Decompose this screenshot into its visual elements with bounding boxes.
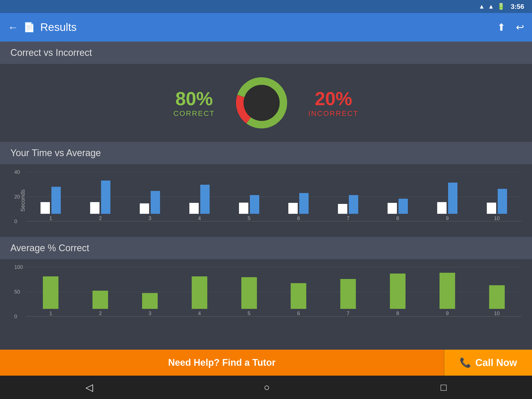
donut-chart-section: 80% CORRECT 20% INCORRECT [0, 64, 532, 142]
navigation-bar: ◁ ○ □ [0, 376, 532, 399]
banner-text: Need Help? Find a Tutor [168, 357, 275, 368]
white-bar-6 [288, 203, 298, 214]
time-bar-group-6: 6 [288, 193, 309, 221]
avg-x-label-8: 8 [396, 310, 399, 316]
avg-x-label-6: 6 [297, 310, 300, 316]
avg-bar-group-1: 1 [43, 276, 58, 316]
donut-chart [230, 72, 293, 134]
svg-point-3 [244, 85, 279, 120]
x-label-2: 2 [99, 215, 102, 221]
time-bar-group-7: 7 [338, 195, 358, 221]
avg-y-tick-100: 100 [14, 264, 23, 270]
x-label-7: 7 [347, 215, 350, 221]
back-nav-button[interactable]: ◁ [85, 382, 93, 393]
avg-y-tick-0: 0 [14, 314, 17, 320]
y-tick-20: 20 [14, 194, 20, 200]
time-bars: 12345678910 [26, 181, 522, 221]
call-now-button[interactable]: 📞 Call Now [444, 350, 532, 376]
avg-bar-group-9: 9 [440, 273, 455, 316]
green-bar-4 [192, 276, 207, 309]
time-bar-group-5: 5 [239, 195, 259, 221]
blue-bar-8 [398, 199, 408, 214]
x-label-8: 8 [396, 215, 399, 221]
white-bar-4 [189, 203, 199, 214]
wifi-icon: ▲ [478, 3, 485, 10]
blue-bar-3 [151, 191, 160, 214]
green-bar-1 [43, 276, 58, 309]
time-bar-group-3: 3 [140, 191, 160, 221]
avg-x-label-3: 3 [148, 310, 151, 316]
white-bar-1 [41, 202, 50, 214]
white-bar-3 [140, 203, 149, 214]
time-vs-average-header: Your Time vs Average [0, 142, 532, 164]
x-label-1: 1 [49, 215, 52, 221]
blue-bar-5 [250, 195, 259, 214]
correct-percentage: 80% [174, 88, 215, 109]
x-label-4: 4 [198, 215, 201, 221]
avg-chart-section: 100 50 0 12345678910 [0, 259, 532, 332]
banner-text-area: Need Help? Find a Tutor [0, 357, 444, 368]
avg-bars: 12345678910 [26, 273, 522, 316]
time-bar-group-10: 10 [487, 189, 507, 221]
avg-bar-group-8: 8 [390, 274, 405, 316]
avg-x-label-10: 10 [494, 310, 500, 316]
blue-bar-6 [299, 193, 309, 214]
y-tick-0: 0 [14, 218, 17, 224]
home-nav-button[interactable]: ○ [264, 382, 270, 393]
time-bar-group-8: 8 [388, 199, 408, 221]
green-bar-3 [142, 293, 158, 309]
share-icon[interactable]: ⬆ [497, 22, 506, 33]
y-axis-label: Seconds [19, 189, 26, 212]
white-bar-7 [338, 204, 347, 214]
blue-bar-1 [51, 187, 61, 214]
incorrect-text: INCORRECT [308, 109, 358, 118]
white-bar-8 [388, 203, 397, 214]
x-label-10: 10 [494, 215, 500, 221]
avg-y-tick-50: 50 [14, 289, 20, 295]
avg-bar-group-2: 2 [92, 291, 108, 316]
x-label-3: 3 [148, 215, 151, 221]
avg-bar-group-6: 6 [291, 283, 306, 316]
x-label-5: 5 [248, 215, 250, 221]
avg-chart: 100 50 0 12345678910 [10, 267, 522, 324]
blue-bar-4 [200, 185, 210, 214]
avg-x-label-7: 7 [347, 310, 350, 316]
y-tick-40: 40 [14, 169, 20, 175]
time-chart-section: Seconds 40 20 0 12345678910 [0, 164, 532, 237]
avg-x-label-1: 1 [49, 310, 52, 316]
avg-bar-group-7: 7 [340, 279, 356, 316]
blue-bar-7 [349, 195, 358, 214]
avg-x-label-4: 4 [198, 310, 201, 316]
incorrect-label: 20% INCORRECT [308, 88, 358, 118]
time-chart: Seconds 40 20 0 12345678910 [10, 172, 522, 229]
correct-vs-incorrect-header: Correct vs Incorrect [0, 42, 532, 64]
time-bar-group-9: 9 [437, 183, 457, 221]
blue-bar-10 [498, 189, 507, 214]
incorrect-percentage: 20% [308, 88, 358, 109]
avg-bar-group-5: 5 [241, 277, 257, 316]
document-icon: 📄 [23, 22, 35, 33]
green-bar-9 [440, 273, 455, 309]
avg-bar-group-10: 10 [489, 285, 505, 316]
blue-bar-9 [448, 183, 457, 214]
time-bar-group-4: 4 [189, 185, 210, 221]
signal-icon: ▲ [488, 3, 494, 10]
battery-icon: 🔋 [497, 3, 505, 10]
phone-icon: 📞 [460, 357, 471, 368]
time-bar-group-2: 2 [90, 181, 110, 221]
avg-correct-header: Average % Correct [0, 237, 532, 259]
green-bar-6 [291, 283, 306, 309]
green-bar-8 [390, 274, 405, 309]
back-button[interactable]: ← [8, 22, 18, 33]
green-bar-2 [92, 291, 108, 309]
x-label-9: 9 [446, 215, 449, 221]
correct-text: CORRECT [174, 109, 215, 118]
time-bar-group-1: 1 [41, 187, 61, 221]
white-bar-5 [239, 203, 248, 214]
status-time: 3:56 [511, 3, 524, 11]
reply-icon[interactable]: ↩ [516, 22, 524, 33]
app-bar: ← 📄 Results ⬆ ↩ [0, 13, 532, 42]
green-bar-5 [241, 277, 257, 309]
recents-nav-button[interactable]: □ [441, 382, 447, 393]
blue-bar-2 [101, 181, 110, 214]
